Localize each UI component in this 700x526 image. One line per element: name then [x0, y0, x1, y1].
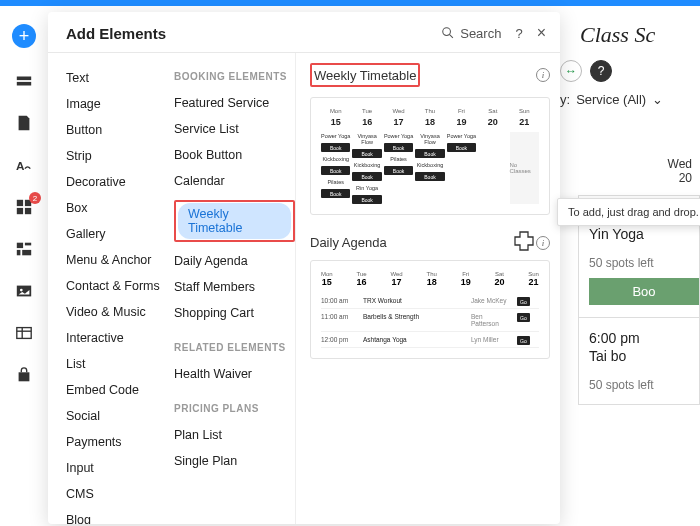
help-button[interactable]: ? — [515, 26, 522, 41]
apps-icon[interactable]: 2 — [15, 198, 33, 216]
media-icon[interactable] — [15, 282, 33, 300]
svg-point-17 — [443, 28, 451, 36]
element-daily-agenda[interactable]: Daily Agenda — [174, 248, 295, 274]
element-plan-list[interactable]: Plan List — [174, 422, 295, 448]
element-calendar[interactable]: Calendar — [174, 168, 295, 194]
element-staff-members[interactable]: Staff Members — [174, 274, 295, 300]
info-icon[interactable]: i — [536, 236, 550, 250]
daily-agenda-preview[interactable]: Daily Agenda i Mon15Tue16Wed17Thu18Fri19… — [310, 235, 550, 359]
svg-rect-7 — [17, 243, 23, 248]
category-list: TextImageButtonStripDecorativeBoxGallery… — [48, 53, 166, 524]
drag-tooltip: To add, just drag and drop. — [557, 198, 700, 226]
panel-title: Add Elements — [66, 25, 441, 42]
element-weekly-timetable[interactable]: Weekly Timetable — [174, 194, 295, 248]
svg-rect-13 — [17, 328, 31, 339]
preview-title: Daily Agenda — [310, 235, 387, 250]
group-header: RELATED ELEMENTS — [174, 336, 295, 361]
book-button[interactable]: Boo — [589, 278, 699, 305]
element-single-plan[interactable]: Single Plan — [174, 448, 295, 474]
canvas-background: Class Sc ↔ ? y: Service (All) ⌄ Wed 20 2… — [560, 6, 700, 526]
svg-rect-9 — [17, 250, 21, 255]
date-header: Wed 20 — [560, 157, 700, 185]
category-decorative[interactable]: Decorative — [66, 169, 166, 195]
category-social[interactable]: Social — [66, 403, 166, 429]
weekly-timetable-preview[interactable]: Weekly Timetable i Mon15Power YogaBookKi… — [310, 63, 550, 215]
category-menu-anchor[interactable]: Menu & Anchor — [66, 247, 166, 273]
stretch-icon[interactable]: ↔ — [560, 60, 582, 82]
add-button[interactable]: + — [12, 24, 36, 48]
category-gallery[interactable]: Gallery — [66, 221, 166, 247]
help-icon[interactable]: ? — [590, 60, 612, 82]
element-list: BOOKING ELEMENTSFeatured ServiceService … — [166, 53, 296, 524]
category-contact-forms[interactable]: Contact & Forms — [66, 273, 166, 299]
element-book-button[interactable]: Book Button — [174, 142, 295, 168]
group-header: PRICING PLANS — [174, 397, 295, 422]
group-header: BOOKING ELEMENTS — [174, 65, 295, 90]
filter-dropdown[interactable]: y: Service (All) ⌄ — [560, 92, 700, 107]
panel-header: Add Elements Search ? × — [48, 12, 560, 53]
svg-point-12 — [20, 289, 23, 292]
category-embed-code[interactable]: Embed Code — [66, 377, 166, 403]
store-icon[interactable] — [15, 366, 33, 384]
category-list[interactable]: List — [66, 351, 166, 377]
preview-title: Weekly Timetable — [314, 68, 416, 83]
info-icon[interactable]: i — [536, 68, 550, 82]
left-toolbar: + A 2 — [0, 6, 48, 526]
search-icon — [441, 26, 455, 40]
svg-rect-10 — [22, 250, 31, 255]
category-interactive[interactable]: Interactive — [66, 325, 166, 351]
element-health-waiver[interactable]: Health Waiver — [174, 361, 295, 387]
layout-icon[interactable] — [15, 240, 33, 258]
svg-rect-16 — [19, 372, 30, 381]
category-blog[interactable]: Blog — [66, 507, 166, 524]
category-text[interactable]: Text — [66, 65, 166, 91]
element-featured-service[interactable]: Featured Service — [174, 90, 295, 116]
category-input[interactable]: Input — [66, 455, 166, 481]
svg-text:A: A — [16, 159, 25, 172]
svg-rect-8 — [25, 243, 31, 246]
category-payments[interactable]: Payments — [66, 429, 166, 455]
category-cms[interactable]: CMS — [66, 481, 166, 507]
category-video-music[interactable]: Video & Music — [66, 299, 166, 325]
element-service-list[interactable]: Service List — [174, 116, 295, 142]
page-icon[interactable] — [15, 114, 33, 132]
category-image[interactable]: Image — [66, 91, 166, 117]
class-slot[interactable]: 6:00 pmTai bo50 spots left — [578, 318, 700, 405]
add-elements-panel: Add Elements Search ? × TextImageButtonS… — [48, 12, 560, 524]
drag-cursor-icon — [512, 229, 536, 253]
preview-column: Weekly Timetable i Mon15Power YogaBookKi… — [296, 53, 560, 524]
chevron-down-icon: ⌄ — [652, 92, 663, 107]
data-icon[interactable] — [15, 324, 33, 342]
category-strip[interactable]: Strip — [66, 143, 166, 169]
svg-rect-0 — [17, 77, 31, 81]
close-button[interactable]: × — [537, 24, 546, 42]
page-heading: Class Sc — [580, 22, 700, 48]
search-button[interactable]: Search — [441, 26, 501, 41]
section-icon[interactable] — [15, 72, 33, 90]
text-style-icon[interactable]: A — [15, 156, 33, 174]
svg-rect-5 — [17, 208, 23, 214]
svg-line-18 — [450, 34, 454, 38]
svg-rect-1 — [17, 82, 31, 86]
category-box[interactable]: Box — [66, 195, 166, 221]
badge: 2 — [29, 192, 41, 204]
element-shopping-cart[interactable]: Shopping Cart — [174, 300, 295, 326]
category-button[interactable]: Button — [66, 117, 166, 143]
svg-rect-3 — [17, 200, 23, 206]
svg-rect-6 — [25, 208, 31, 214]
